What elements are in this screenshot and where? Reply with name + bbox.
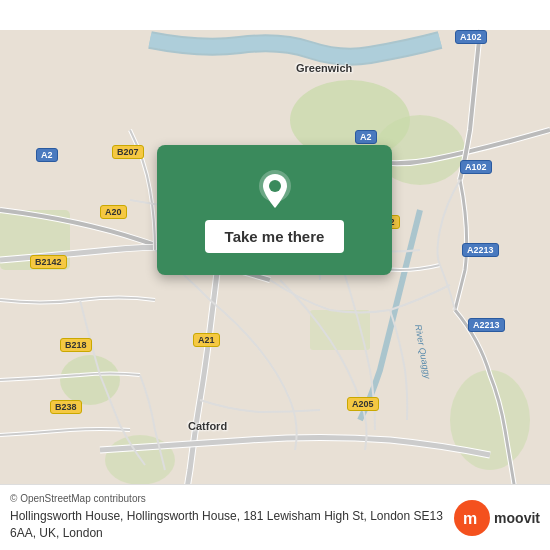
road-badge-a21: A21 [193,333,220,347]
road-badge-a2213-2: A2213 [468,318,505,332]
take-me-there-button[interactable]: Take me there [205,220,345,253]
road-badge-a2213: A2213 [462,243,499,257]
road-badge-a2-2: A2 [355,130,377,144]
road-badge-a20: A20 [100,205,127,219]
road-badge-b2142: B2142 [30,255,67,269]
bottom-info: © OpenStreetMap contributors Hollingswor… [10,493,444,542]
road-badge-a102-2: A102 [460,160,492,174]
map-svg: River Quaggy [0,0,550,550]
road-badge-a102: A102 [455,30,487,44]
road-badge-b238: B238 [50,400,82,414]
svg-point-10 [269,180,281,192]
road-badge-b218: B218 [60,338,92,352]
location-address: Hollingsworth House, Hollingsworth House… [10,508,444,542]
moovit-logo: m moovit [454,500,540,536]
moovit-brand-name: moovit [494,510,540,526]
map-container: River Quaggy A2 A2 A102 A102 A20 A21 A20… [0,0,550,550]
bottom-bar: © OpenStreetMap contributors Hollingswor… [0,484,550,550]
moovit-icon: m [454,500,490,536]
location-pin-icon [253,168,297,212]
road-badge-b207: B207 [112,145,144,159]
location-card: Take me there [157,145,392,275]
road-badge-a2: A2 [36,148,58,162]
svg-point-3 [60,355,120,405]
road-badge-a205: A205 [347,397,379,411]
svg-text:m: m [463,510,477,527]
osm-attribution: © OpenStreetMap contributors [10,493,444,504]
